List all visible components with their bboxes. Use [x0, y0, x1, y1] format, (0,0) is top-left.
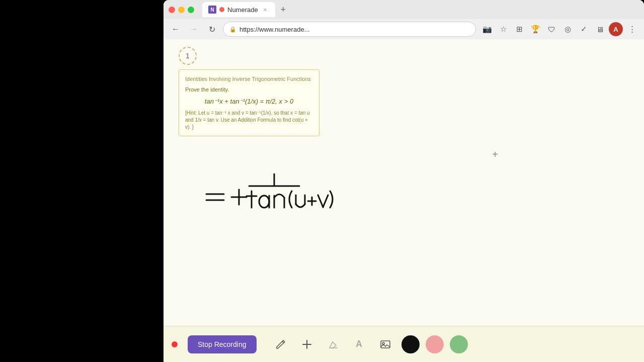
title-bar: N Numerade × + — [164, 0, 644, 19]
eraser-icon — [328, 339, 339, 350]
step-indicator: 1 — [179, 47, 197, 65]
camera-icon[interactable]: 📷 — [480, 22, 494, 36]
maximize-button[interactable] — [188, 7, 194, 13]
text-icon: A — [356, 339, 362, 349]
color-pink-button[interactable] — [426, 335, 444, 353]
lock-icon: 🔒 — [229, 26, 236, 33]
content-area: 1 Identities Involving Inverse Trigonome… — [164, 39, 644, 326]
tab-close-button[interactable]: × — [261, 6, 269, 14]
browser-window: N Numerade × + ← → ↻ 🔒 https://www.numer… — [164, 0, 644, 362]
image-icon — [380, 339, 391, 350]
check-icon[interactable]: ✓ — [577, 22, 591, 36]
nav-bar: ← → ↻ 🔒 https://www.numerade... 📷 ☆ ⊞ 🏆 … — [164, 19, 644, 39]
problem-box: Identities Involving Inverse Trigonometr… — [179, 69, 319, 136]
close-button[interactable] — [169, 7, 175, 13]
monitor-icon[interactable]: 🖥 — [593, 22, 607, 36]
tab-favicon-letter: N — [210, 7, 214, 13]
address-text: https://www.numerade... — [239, 26, 469, 33]
address-bar[interactable]: 🔒 https://www.numerade... — [223, 22, 476, 37]
active-tab[interactable]: N Numerade × — [202, 2, 275, 17]
tab-bar: N Numerade × + — [202, 2, 639, 17]
trophy-icon[interactable]: 🏆 — [528, 22, 542, 36]
bottom-toolbar: Stop Recording A — [164, 326, 644, 362]
browser-toolbar-icons: 📷 ☆ ⊞ 🏆 🛡 ◎ ✓ 🖥 A ⋮ — [480, 22, 639, 36]
math-formula: tan⁻¹x + tan⁻¹(1/x) = π/2, x > 0 — [185, 97, 313, 107]
back-button[interactable]: ← — [169, 22, 183, 36]
image-tool-button[interactable] — [375, 334, 395, 354]
forward-button[interactable]: → — [187, 22, 201, 36]
minimize-button[interactable] — [178, 7, 185, 13]
new-tab-button[interactable]: + — [277, 4, 289, 16]
color-black-button[interactable] — [401, 335, 420, 353]
math-handwriting-svg — [191, 170, 372, 230]
shield-icon[interactable]: 🛡 — [544, 22, 558, 36]
browser-icon1[interactable]: ◎ — [560, 22, 575, 36]
add-icon — [301, 339, 312, 350]
recording-indicator — [219, 7, 224, 12]
window-controls — [169, 7, 194, 13]
handwritten-math — [191, 170, 367, 230]
hint-text: [Hint: Let u = tan⁻¹ x and v = tan⁻¹(1/x… — [185, 110, 313, 131]
tab-title: Numerade — [227, 6, 258, 14]
tab-favicon: N — [208, 6, 216, 14]
svg-rect-21 — [381, 341, 390, 348]
svg-line-17 — [323, 195, 328, 207]
eraser-tool-button[interactable] — [323, 334, 343, 354]
bookmark-icon[interactable]: ☆ — [496, 22, 510, 36]
color-green-button[interactable] — [450, 335, 468, 353]
refresh-button[interactable]: ↻ — [205, 22, 219, 36]
problem-title: Identities Involving Inverse Trigonometr… — [185, 75, 313, 83]
avatar[interactable]: A — [609, 22, 623, 36]
extensions-icon[interactable]: ⊞ — [512, 22, 526, 36]
stop-recording-button[interactable]: Stop Recording — [188, 335, 257, 353]
svg-line-16 — [318, 195, 323, 207]
pencil-tool-button[interactable] — [271, 334, 291, 354]
plus-cursor-icon: + — [492, 149, 498, 160]
add-tool-button[interactable] — [297, 334, 317, 354]
recording-dot-container — [172, 341, 180, 347]
pencil-icon — [275, 339, 286, 350]
page-content: 1 Identities Involving Inverse Trigonome… — [164, 39, 644, 362]
step-number: 1 — [186, 52, 190, 60]
recording-dot — [172, 341, 178, 347]
text-tool-button[interactable]: A — [349, 334, 369, 354]
more-options-icon[interactable]: ⋮ — [625, 22, 639, 36]
svg-point-8 — [259, 196, 269, 208]
problem-subtitle: Prove the identity. — [185, 85, 313, 94]
